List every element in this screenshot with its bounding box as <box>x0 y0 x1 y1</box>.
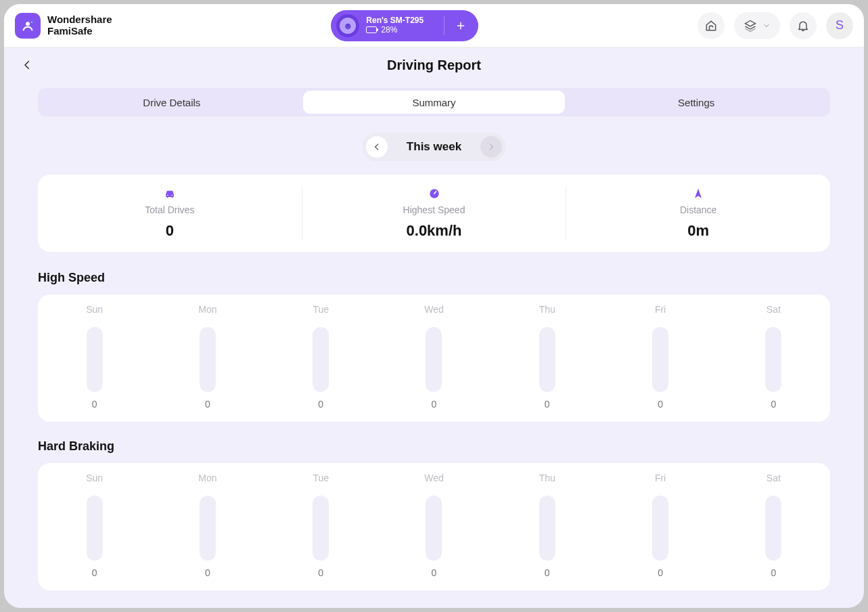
chart-day-column: Tue0 <box>265 304 378 410</box>
chevron-left-icon <box>21 59 33 71</box>
chart-day-column: Wed0 <box>378 304 490 410</box>
main-content: Drive Details Summary Settings This week <box>4 83 864 608</box>
battery-icon <box>366 26 377 33</box>
chart-day-label: Wed <box>424 304 444 315</box>
stat-label: Highest Speed <box>403 204 465 215</box>
chart-bar-value: 0 <box>545 399 550 410</box>
logo-icon <box>15 13 41 39</box>
device-name: Ren's SM-T295 <box>366 16 432 25</box>
chart-day-column: Sun0 <box>38 473 151 578</box>
brand-logo[interactable]: Wondershare FamiSafe <box>15 13 112 39</box>
bell-icon <box>796 19 810 32</box>
chart-bar <box>652 496 668 561</box>
chart-day-column: Fri0 <box>603 473 716 578</box>
app-header: Wondershare FamiSafe ☻ Ren's SM-T295 28% <box>4 4 864 47</box>
svg-point-3 <box>171 195 173 196</box>
chart-bar <box>539 327 555 392</box>
chart-day-label: Sat <box>767 304 781 315</box>
chart-bar <box>426 496 442 561</box>
chart-bar-value: 0 <box>432 399 437 410</box>
chart-day-label: Mon <box>198 304 216 315</box>
stat-value: 0.0km/h <box>407 222 462 240</box>
chart-bar <box>765 496 781 561</box>
chart-day-column: Mon0 <box>151 473 264 578</box>
chart-day-column: Thu0 <box>490 473 603 578</box>
chart-day-label: Sun <box>86 304 103 315</box>
tab-settings[interactable]: Settings <box>565 91 827 114</box>
battery-percent: 28% <box>381 26 397 35</box>
navigate-icon <box>691 187 705 200</box>
home-button[interactable] <box>698 12 725 39</box>
chart-bar <box>87 327 103 392</box>
profile-avatar[interactable]: S <box>826 12 853 39</box>
stat-value: 0m <box>687 222 709 240</box>
chart-bar <box>313 327 329 392</box>
section-title-high-speed: High Speed <box>38 271 830 285</box>
chart-day-column: Tue0 <box>265 473 378 578</box>
chart-bar <box>87 496 103 561</box>
stat-label: Distance <box>680 204 716 215</box>
chart-day-column: Sun0 <box>38 304 151 410</box>
stat-distance: Distance 0m <box>566 187 830 240</box>
chart-bar-value: 0 <box>205 567 210 578</box>
chart-day-label: Mon <box>198 473 216 483</box>
svg-point-2 <box>167 195 168 196</box>
add-device-button[interactable] <box>451 16 470 35</box>
chart-day-column: Sat0 <box>717 304 830 410</box>
device-avatar: ☻ <box>336 14 359 37</box>
chart-day-column: Wed0 <box>378 473 490 578</box>
stat-label: Total Drives <box>145 204 194 215</box>
car-icon <box>163 187 177 200</box>
chart-bar-value: 0 <box>92 567 97 578</box>
notifications-button[interactable] <box>790 12 817 39</box>
layers-menu[interactable] <box>734 12 780 39</box>
brand-line2: FamiSafe <box>47 26 112 37</box>
layers-icon <box>744 19 757 32</box>
chart-bar <box>539 496 555 561</box>
tab-summary[interactable]: Summary <box>303 91 566 114</box>
back-button[interactable] <box>18 56 37 74</box>
chevron-right-icon <box>486 142 496 152</box>
svg-point-1 <box>30 21 32 23</box>
chart-bar-value: 0 <box>318 567 323 578</box>
chart-bar <box>765 327 781 392</box>
chart-day-label: Sat <box>767 473 781 483</box>
chart-bar-value: 0 <box>771 399 776 410</box>
week-label: This week <box>407 140 461 154</box>
chart-bar-value: 0 <box>658 399 663 410</box>
chart-day-column: Thu0 <box>490 304 603 410</box>
brand-line1: Wondershare <box>47 14 112 26</box>
chevron-left-icon <box>372 142 382 152</box>
next-week-button <box>480 136 502 158</box>
chart-bar <box>200 496 216 561</box>
chart-day-label: Thu <box>539 304 555 315</box>
chart-bar-value: 0 <box>658 567 663 578</box>
report-tabs: Drive Details Summary Settings <box>38 88 830 116</box>
prev-week-button[interactable] <box>366 136 388 158</box>
stat-highest-speed: Highest Speed 0.0km/h <box>302 187 567 240</box>
tab-drive-details[interactable]: Drive Details <box>41 91 303 114</box>
chart-bar <box>313 496 329 561</box>
chevron-down-icon <box>762 22 771 30</box>
section-title-hard-braking: Hard Braking <box>38 439 830 454</box>
chart-bar-value: 0 <box>318 399 323 410</box>
stat-value: 0 <box>166 222 174 240</box>
device-selector[interactable]: ☻ Ren's SM-T295 28% <box>331 10 478 41</box>
chart-day-label: Fri <box>655 473 666 483</box>
chart-day-label: Tue <box>313 304 329 315</box>
summary-stats-card: Total Drives 0 Highest Speed 0.0km/h Dis… <box>38 175 830 252</box>
chart-day-label: Thu <box>539 473 555 483</box>
chart-bar-value: 0 <box>92 399 97 410</box>
week-selector: This week <box>362 133 506 161</box>
svg-point-0 <box>26 22 30 26</box>
chart-day-label: Wed <box>424 473 444 483</box>
chart-bar-value: 0 <box>771 567 776 578</box>
chart-day-column: Mon0 <box>151 304 264 410</box>
chart-day-label: Sun <box>86 473 103 483</box>
chart-high-speed: Sun0Mon0Tue0Wed0Thu0Fri0Sat0 <box>38 294 830 422</box>
chart-bar-value: 0 <box>432 567 437 578</box>
speed-icon <box>428 187 441 200</box>
stat-total-drives: Total Drives 0 <box>38 187 302 240</box>
device-battery: 28% <box>366 26 432 35</box>
chart-bar-value: 0 <box>545 567 550 578</box>
